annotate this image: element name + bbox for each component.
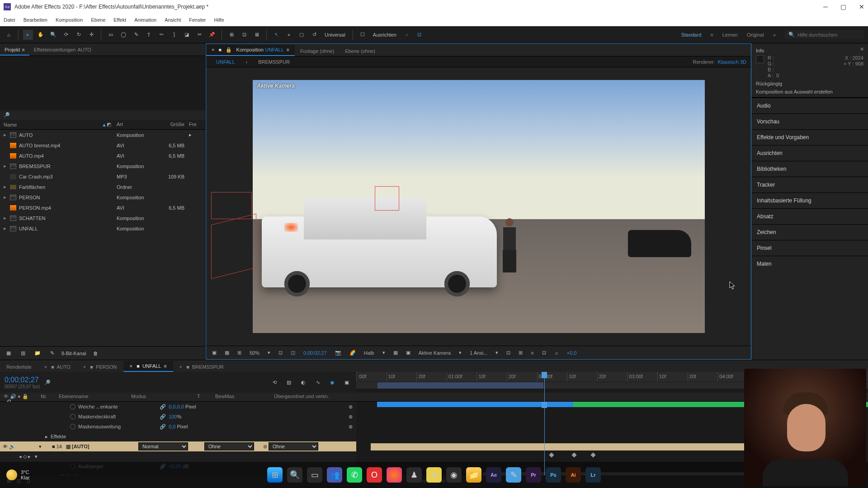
eraser-tool-icon[interactable]: ◪ xyxy=(182,30,192,40)
timeline-tab[interactable]: Renderliste xyxy=(0,362,38,372)
collapsed-panel[interactable]: Zeichen xyxy=(751,224,868,240)
project-item[interactable]: ▸PERSONKomposition xyxy=(0,192,205,202)
snap-edge-icon[interactable]: ⊡ xyxy=(415,30,425,40)
renderer-select[interactable]: Klassisch 3D xyxy=(717,59,746,65)
col-header-parent[interactable]: Übergeordnet und verkn. xyxy=(272,393,356,401)
stopwatch-icon[interactable] xyxy=(70,404,75,409)
layer-viewer-tab[interactable]: Ebene (ohne) xyxy=(340,46,381,56)
minimize-button[interactable]: ─ xyxy=(823,3,828,10)
task-view-icon[interactable]: ▭ xyxy=(307,467,322,483)
type-tool-icon[interactable]: T xyxy=(144,30,154,40)
graph-editor-icon[interactable]: ∿ xyxy=(313,377,323,387)
project-item[interactable]: ▸SCHATTENKomposition xyxy=(0,213,205,223)
home-icon[interactable]: ⌂ xyxy=(4,30,14,40)
collapsed-panel[interactable]: Pinsel xyxy=(751,240,868,256)
rotation-tool-icon[interactable]: ↻ xyxy=(74,30,84,40)
timeline-tab[interactable]: × ■ PERSON xyxy=(77,362,123,372)
collapsed-panel[interactable]: Vorschau xyxy=(751,113,868,129)
collapsed-panel[interactable]: Tracker xyxy=(751,177,868,192)
new-adjustment-icon[interactable]: ✎ xyxy=(47,348,57,358)
universal-label[interactable]: Universal xyxy=(322,31,348,39)
project-tab[interactable]: Projekt≡ xyxy=(0,45,29,56)
mask-visibility-icon[interactable]: ⊞ xyxy=(235,349,244,357)
crop-ratio-icon[interactable]: ⊡ xyxy=(276,349,285,357)
project-item[interactable]: ▸AUTOKomposition▸ xyxy=(0,130,205,140)
resolution-select[interactable]: Halb xyxy=(362,349,377,357)
whatsapp-icon[interactable]: ✆ xyxy=(347,467,362,483)
reset-exposure-icon[interactable]: ☼ xyxy=(552,349,561,357)
menu-ansicht[interactable]: Ansicht xyxy=(165,17,181,23)
menu-fenster[interactable]: Fenster xyxy=(189,17,206,23)
snapshot-icon[interactable]: 📷 xyxy=(333,349,344,357)
workspace-menu-icon[interactable]: ≡ xyxy=(710,32,713,38)
bezier-vertex-icon[interactable]: ↖ xyxy=(271,30,281,40)
illustrator-icon[interactable]: Ai xyxy=(566,467,581,483)
collapsed-panel[interactable]: Absatz xyxy=(751,208,868,224)
chess-icon[interactable]: ♟ xyxy=(406,467,422,483)
col-header-label[interactable]: ◩ xyxy=(107,122,117,127)
keyframe[interactable] xyxy=(590,452,595,457)
video-toggle-header-icon[interactable]: 👁 xyxy=(4,394,9,399)
teams-icon[interactable]: 👥 xyxy=(327,467,342,483)
effects-twirl[interactable]: ▸ Effekte xyxy=(0,432,356,441)
weather-widget[interactable]: 3°C Klar xyxy=(6,469,30,480)
collapsed-panel[interactable]: Inhaltsbasierte Füllung xyxy=(751,192,868,208)
local-axis-mode-icon[interactable]: ⊞ xyxy=(226,30,236,40)
draft-3d-icon[interactable]: ◉ xyxy=(327,377,337,387)
channel-icon[interactable]: 🌈 xyxy=(347,349,358,357)
workspace-lernen[interactable]: Lernen xyxy=(722,32,738,38)
new-comp-icon[interactable]: ▥ xyxy=(18,348,28,358)
prop-weiche-kante[interactable]: Weiche ...enkante 🔗 0,0,0,0 Pixel ⊚ xyxy=(0,402,356,412)
opera-icon[interactable]: O xyxy=(367,467,382,483)
zoom-tool-icon[interactable]: 🔍 xyxy=(48,30,58,40)
timeline-tab[interactable]: × ■ BREMSSPUR xyxy=(173,362,230,372)
zoom-dropdown-icon[interactable]: ▾ xyxy=(265,349,273,357)
col-header-fre[interactable]: Fre xyxy=(189,122,203,127)
search-taskbar-icon[interactable]: 🔍 xyxy=(287,467,302,483)
workspace-overflow-icon[interactable]: » xyxy=(773,32,776,38)
prop-maskenausweitung[interactable]: Maskenausweitung 🔗 0,0 Pixel ⊚ xyxy=(0,422,356,432)
menu-ebene[interactable]: Ebene xyxy=(91,17,105,23)
track-matte-select[interactable]: Ohne xyxy=(204,442,254,450)
premiere-icon[interactable]: Pr xyxy=(526,467,541,483)
project-item[interactable]: ▸BREMSSPURKomposition xyxy=(0,161,205,171)
comp-mini-flowchart-icon[interactable]: ▣ xyxy=(342,377,352,387)
snap-icon[interactable]: ☐ xyxy=(358,30,368,40)
prop-maskendeckkraft[interactable]: Maskendeckkraft 🔗 100% ⊚ xyxy=(0,412,356,422)
shape-mode-icon[interactable]: ▢ xyxy=(297,30,307,40)
timeline-tab[interactable]: × ■ UNFALL ≡ xyxy=(123,361,173,372)
pen-tool-icon[interactable]: ✎ xyxy=(131,30,141,40)
timeline-timecode[interactable]: 0;00;02;27 xyxy=(5,376,40,384)
pixel-aspect-icon[interactable]: ⊡ xyxy=(504,349,513,357)
collapsed-panel[interactable]: Bibliotheken xyxy=(751,161,868,177)
ausrichten-label[interactable]: Ausrichten xyxy=(370,31,399,39)
firefox-icon[interactable] xyxy=(387,467,402,483)
refresh-icon[interactable]: ↺ xyxy=(309,30,319,40)
menu-animation[interactable]: Animation xyxy=(134,17,156,23)
track-box-1[interactable] xyxy=(375,186,399,211)
collapsed-panel[interactable]: Effekte und Vorgaben xyxy=(751,129,868,145)
hand-tool-icon[interactable]: ✋ xyxy=(36,30,46,40)
views-select[interactable]: 1 Ansi... xyxy=(467,349,490,357)
rect-tool-icon[interactable]: ▭ xyxy=(106,30,116,40)
timeline-icon[interactable]: ≡ xyxy=(528,349,536,357)
audio-twirl[interactable]: ◂ ◇ ▸ ▾ xyxy=(0,451,356,461)
col-header-layername[interactable]: Ebenenname xyxy=(57,393,129,401)
selection-tool-icon[interactable]: ▸ xyxy=(23,30,33,40)
work-area-range[interactable] xyxy=(377,382,543,389)
roi-icon[interactable]: ◫ xyxy=(288,349,297,357)
breadcrumb-bremsspur[interactable]: BREMSSPUR xyxy=(253,58,295,66)
menu-bearbeiten[interactable]: Bearbeiten xyxy=(24,17,47,23)
anchor-point-tool-icon[interactable]: ✢ xyxy=(86,30,96,40)
workspace-standard[interactable]: Standard xyxy=(681,32,702,38)
notepad-icon[interactable]: ✎ xyxy=(506,467,521,483)
always-preview-toggle-icon[interactable]: ▣ xyxy=(210,349,219,357)
view-axis-mode-icon[interactable]: ⊠ xyxy=(252,30,262,40)
ellipse-tool-icon[interactable]: ◯ xyxy=(118,30,128,40)
composition-viewer[interactable]: Aktive Kamera xyxy=(206,67,751,346)
parent-select[interactable]: Ohne xyxy=(269,442,318,450)
notion-icon[interactable]: N xyxy=(426,467,442,483)
col-header-name[interactable]: Name xyxy=(4,122,17,127)
col-header-size[interactable]: Größe xyxy=(157,122,189,127)
timeline-tab[interactable]: × ■ AUTO xyxy=(38,362,77,372)
